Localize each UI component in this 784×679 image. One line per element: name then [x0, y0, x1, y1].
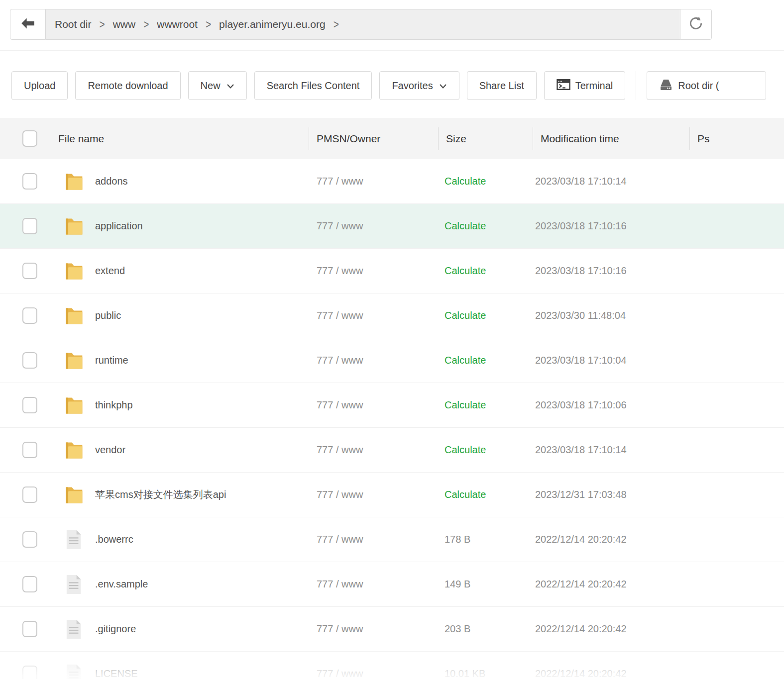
- size[interactable]: Calculate: [445, 220, 486, 231]
- section-divider: [0, 50, 784, 51]
- modification-time: 2023/03/18 17:10:04: [535, 355, 627, 366]
- select-all-checkbox[interactable]: [22, 130, 37, 147]
- file-name[interactable]: extend: [95, 265, 125, 277]
- size[interactable]: Calculate: [445, 265, 486, 276]
- size[interactable]: 178 B: [445, 534, 470, 545]
- file-name-cell[interactable]: extend: [48, 260, 309, 283]
- file-name[interactable]: 苹果cms对接文件选集列表api: [95, 488, 226, 501]
- size-cell: Calculate: [438, 355, 533, 366]
- breadcrumb-item-www[interactable]: www: [113, 18, 136, 30]
- table-row[interactable]: .env.sample 777 / www 149 B 2022/12/14 2…: [0, 562, 784, 607]
- row-checkbox[interactable]: [22, 666, 37, 679]
- file-name-cell[interactable]: runtime: [48, 349, 309, 372]
- row-checkbox-cell: [0, 397, 48, 413]
- file-name-cell[interactable]: .gitignore: [48, 618, 309, 641]
- table-row[interactable]: addons 777 / www Calculate 2023/03/18 17…: [0, 159, 784, 204]
- file-name-cell[interactable]: addons: [48, 170, 309, 193]
- row-checkbox[interactable]: [22, 173, 37, 190]
- size[interactable]: Calculate: [445, 355, 486, 366]
- breadcrumb-item-wwwroot[interactable]: wwwroot: [157, 18, 198, 30]
- row-checkbox-cell: [0, 621, 48, 637]
- row-checkbox[interactable]: [22, 352, 37, 369]
- table-row[interactable]: application 777 / www Calculate 2023/03/…: [0, 204, 784, 249]
- table-row[interactable]: extend 777 / www Calculate 2023/03/18 17…: [0, 249, 784, 293]
- folder-icon: [63, 439, 84, 462]
- file-name[interactable]: .bowerrc: [95, 534, 133, 545]
- row-checkbox[interactable]: [22, 486, 37, 503]
- favorites-button[interactable]: Favorites: [379, 71, 459, 100]
- refresh-button[interactable]: [680, 9, 712, 40]
- row-checkbox[interactable]: [22, 531, 37, 548]
- file-name[interactable]: application: [95, 220, 143, 232]
- size[interactable]: 203 B: [445, 623, 470, 634]
- table-row[interactable]: public 777 / www Calculate 2023/03/30 11…: [0, 293, 784, 338]
- upload-button[interactable]: Upload: [11, 71, 68, 100]
- table-row[interactable]: .gitignore 777 / www 203 B 2022/12/14 20…: [0, 607, 784, 652]
- row-checkbox[interactable]: [22, 307, 37, 324]
- file-name[interactable]: vendor: [95, 444, 125, 456]
- file-name-cell[interactable]: application: [48, 215, 309, 238]
- size[interactable]: Calculate: [445, 176, 486, 187]
- root-dir-button-label: Root dir (: [678, 80, 719, 92]
- table-row[interactable]: 苹果cms对接文件选集列表api 777 / www Calculate 202…: [0, 473, 784, 517]
- file-name-cell[interactable]: .env.sample: [48, 573, 309, 596]
- owner-cell: 777 / www: [309, 310, 438, 321]
- new-button-label: New: [201, 80, 221, 92]
- file-table: File name PMSN/Owner Size Modification t…: [0, 118, 784, 679]
- file-name[interactable]: addons: [95, 176, 128, 187]
- table-row[interactable]: LICENSE 777 / www 10.01 KB 2022/12/14 20…: [0, 652, 784, 679]
- row-checkbox[interactable]: [22, 621, 37, 637]
- row-checkbox[interactable]: [22, 218, 37, 234]
- file-name[interactable]: runtime: [95, 355, 128, 366]
- root-dir-button[interactable]: Root dir (: [647, 71, 766, 100]
- file-name-cell[interactable]: .bowerrc: [48, 528, 309, 551]
- breadcrumb-item-root-dir[interactable]: Root dir: [55, 18, 92, 30]
- remote-download-button[interactable]: Remote download: [75, 71, 180, 100]
- file-icon: [63, 528, 84, 551]
- size[interactable]: 10.01 KB: [445, 668, 485, 679]
- size-cell: Calculate: [438, 265, 533, 277]
- search-files-content-button[interactable]: Search Files Content: [254, 71, 372, 100]
- file-name-cell[interactable]: 苹果cms对接文件选集列表api: [48, 484, 309, 506]
- new-button[interactable]: New: [188, 71, 247, 100]
- toolbar-divider: [636, 71, 636, 100]
- file-name-cell[interactable]: LICENSE: [48, 663, 309, 679]
- size[interactable]: Calculate: [445, 310, 486, 321]
- modification-time-cell: 2022/12/14 20:20:42: [533, 534, 689, 545]
- size-cell: Calculate: [438, 220, 533, 232]
- table-row[interactable]: runtime 777 / www Calculate 2023/03/18 1…: [0, 338, 784, 383]
- size[interactable]: Calculate: [445, 444, 486, 455]
- size[interactable]: Calculate: [445, 399, 486, 410]
- back-button[interactable]: [10, 9, 46, 40]
- table-row[interactable]: vendor 777 / www Calculate 2023/03/18 17…: [0, 428, 784, 473]
- row-checkbox[interactable]: [22, 442, 37, 458]
- row-checkbox[interactable]: [22, 576, 37, 592]
- size[interactable]: Calculate: [445, 489, 486, 500]
- file-name[interactable]: .gitignore: [95, 623, 136, 635]
- file-name[interactable]: .env.sample: [95, 579, 148, 590]
- file-name-cell[interactable]: vendor: [48, 439, 309, 462]
- breadcrumb-item-site[interactable]: player.animeryu.eu.org: [219, 18, 326, 30]
- owner-cell: 777 / www: [309, 355, 438, 366]
- file-name[interactable]: public: [95, 310, 121, 321]
- file-name-cell[interactable]: thinkphp: [48, 394, 309, 417]
- size[interactable]: 149 B: [445, 579, 470, 589]
- table-row[interactable]: thinkphp 777 / www Calculate 2023/03/18 …: [0, 383, 784, 428]
- modification-time: 2023/03/18 17:10:14: [535, 444, 627, 455]
- share-list-button[interactable]: Share List: [467, 71, 537, 100]
- row-checkbox[interactable]: [22, 263, 37, 279]
- terminal-button-label: Terminal: [575, 80, 613, 92]
- size-cell: 203 B: [438, 623, 533, 635]
- file-name[interactable]: LICENSE: [95, 668, 138, 679]
- terminal-button[interactable]: Terminal: [544, 71, 626, 100]
- header-file-name: File name: [48, 127, 309, 151]
- owner-cell: 777 / www: [309, 176, 438, 187]
- table-row[interactable]: .bowerrc 777 / www 178 B 2022/12/14 20:2…: [0, 517, 784, 562]
- row-checkbox[interactable]: [22, 397, 37, 413]
- back-arrow-icon: [19, 15, 36, 34]
- modification-time-cell: 2023/03/18 17:10:04: [533, 355, 689, 366]
- file-name-cell[interactable]: public: [48, 304, 309, 327]
- file-name[interactable]: thinkphp: [95, 399, 133, 411]
- owner: 777 / www: [317, 668, 363, 679]
- terminal-icon: [557, 78, 570, 94]
